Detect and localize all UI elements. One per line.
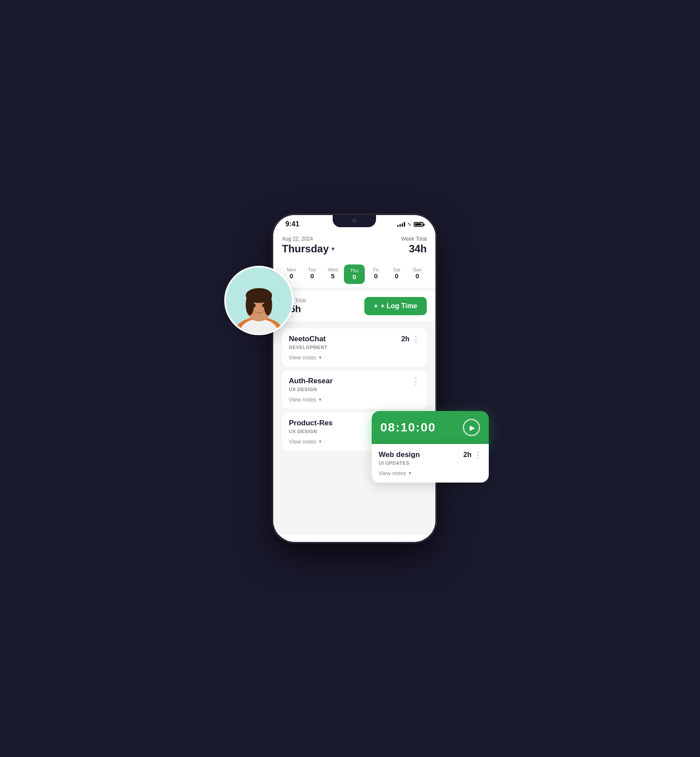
svg-point-9: [252, 303, 256, 307]
timer-play-button[interactable]: ▶: [463, 419, 480, 436]
day-name: Thursday: [282, 243, 329, 255]
wifi-icon: ∿: [407, 221, 412, 227]
card-auth-more[interactable]: ⋮: [412, 376, 420, 386]
card-neetochat-duration: 2h: [401, 335, 409, 343]
phone-frame: 9:41 ∿ Aug 22, 2024 Week Total: [272, 214, 437, 543]
day-thu[interactable]: Thu 0: [344, 264, 365, 284]
timer-overlay: 08:10:00 ▶ Web design 2h ⋮ UI UPDATES Vi…: [372, 411, 489, 483]
card-auth-category: UX DESIGN: [289, 387, 420, 392]
timer-card-duration: 2h: [463, 451, 471, 459]
day-sun-name: Sun: [413, 267, 422, 272]
view-notes-chevron: ▼: [318, 355, 322, 360]
card-neetochat-view-notes[interactable]: View notes ▼: [289, 354, 420, 361]
svg-point-10: [262, 303, 266, 307]
day-sun[interactable]: Sun 0: [408, 264, 427, 284]
week-total-value: 34h: [409, 243, 427, 255]
header: Aug 22, 2024 Week Total Thursday ▾ 34h: [273, 230, 435, 260]
day-fri-name: Fri: [373, 267, 379, 272]
header-bottom: Thursday ▾ 34h: [282, 243, 427, 255]
timer-card-notes[interactable]: View notes ▼: [379, 470, 482, 476]
log-time-label: + Log Time: [380, 302, 417, 310]
card-auth-header: Auth-Resear ⋮: [289, 376, 420, 386]
status-icons: ∿: [397, 221, 423, 227]
card-auth-right: ⋮: [409, 376, 420, 386]
day-selector: Mon 0 Tue 0 Wed 5 Thu 0: [273, 260, 435, 287]
day-tue[interactable]: Tue 0: [303, 264, 322, 284]
day-wed-name: Wed: [328, 267, 337, 272]
phone-inner: 9:41 ∿ Aug 22, 2024 Week Total: [273, 215, 435, 542]
card-neetochat-more[interactable]: ⋮: [412, 334, 420, 344]
day-sun-num: 0: [415, 272, 419, 280]
day-title[interactable]: Thursday ▾: [282, 243, 334, 255]
timer-play-icon: ▶: [470, 424, 475, 432]
log-time-button[interactable]: + + Log Time: [364, 297, 427, 315]
day-sat-name: Sat: [393, 267, 400, 272]
header-top: Aug 22, 2024 Week Total: [282, 236, 427, 242]
timer-card-title: Web design: [379, 450, 420, 459]
view-notes-chevron-2: ▼: [318, 397, 322, 402]
timer-green-bar: 08:10:00 ▶: [372, 411, 489, 444]
card-neetochat-right: 2h ⋮: [401, 334, 420, 344]
battery-icon: [414, 222, 423, 227]
daily-section: Daily Total 3.5h + + Log Time: [273, 291, 435, 321]
day-fri-num: 0: [374, 272, 378, 280]
day-sat[interactable]: Sat 0: [387, 264, 406, 284]
day-wed[interactable]: Wed 5: [323, 264, 342, 284]
day-wed-num: 5: [331, 272, 334, 280]
day-thu-num: 0: [353, 273, 356, 281]
timer-card-header: Web design 2h ⋮: [379, 450, 482, 460]
scene: 9:41 ∿ Aug 22, 2024 Week Total: [237, 214, 463, 543]
timer-card-category: UI UPDATES: [379, 460, 482, 466]
day-sat-num: 0: [395, 272, 398, 280]
day-tue-name: Tue: [308, 267, 316, 272]
card-neetochat-category: DEVELOPMENT: [289, 345, 420, 350]
card-neetochat-header: NeetoChat 2h ⋮: [289, 334, 420, 344]
timer-card: Web design 2h ⋮ UI UPDATES View notes ▼: [372, 444, 489, 483]
time-card-neetochat: NeetoChat 2h ⋮ DEVELOPMENT View notes ▼: [282, 328, 427, 367]
view-notes-chevron-3: ▼: [318, 439, 322, 444]
notch: [333, 215, 376, 227]
week-total-label: Week Total: [401, 236, 427, 242]
log-time-icon: +: [374, 302, 378, 310]
timer-display: 08:10:00: [380, 421, 436, 434]
day-tue-num: 0: [310, 272, 314, 280]
svg-rect-8: [250, 296, 268, 302]
date-label: Aug 22, 2024: [282, 236, 313, 242]
timer-card-more[interactable]: ⋮: [474, 450, 482, 460]
week-total-hours: 34h: [409, 243, 427, 255]
card-neetochat-title: NeetoChat: [289, 335, 326, 343]
app-content: Aug 22, 2024 Week Total Thursday ▾ 34h: [273, 230, 435, 535]
timer-notes-chevron: ▼: [408, 471, 412, 476]
card-auth-view-notes[interactable]: View notes ▼: [289, 396, 420, 403]
status-time: 9:41: [285, 220, 299, 228]
day-mon-name: Mon: [287, 267, 296, 272]
signal-icon: [397, 222, 405, 227]
day-thu-name: Thu: [350, 268, 359, 273]
timer-card-right: 2h ⋮: [463, 450, 482, 460]
avatar: [224, 266, 294, 335]
day-mon-num: 0: [290, 272, 293, 280]
camera-notch: [352, 219, 357, 223]
time-card-auth: Auth-Resear ⋮ UX DESIGN View notes ▼: [282, 370, 427, 409]
day-chevron: ▾: [331, 245, 334, 252]
card-product-title: Product-Res: [289, 419, 333, 427]
day-fri[interactable]: Fri 0: [366, 264, 386, 284]
card-auth-title: Auth-Resear: [289, 377, 333, 385]
